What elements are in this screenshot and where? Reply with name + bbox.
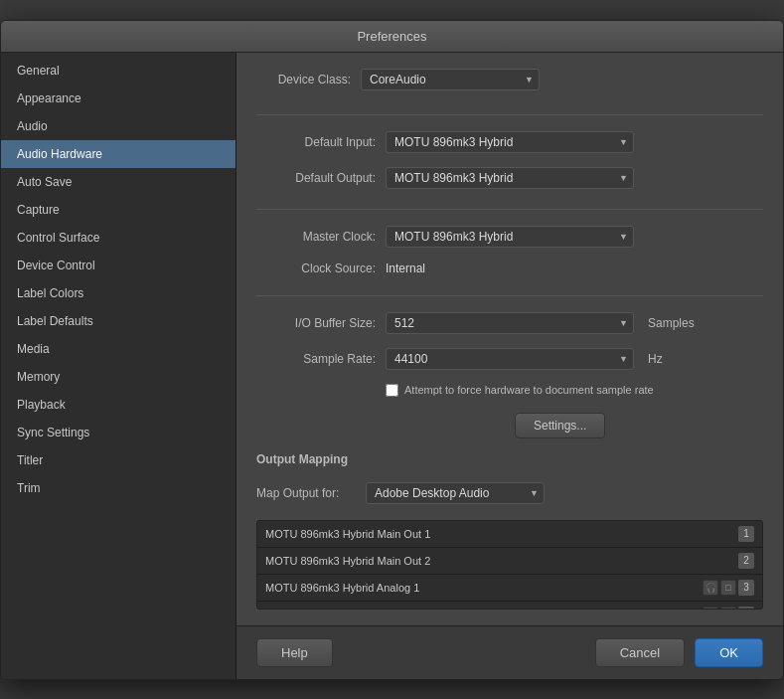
clock-source-row: Clock Source: Internal (256, 262, 763, 275)
output-list-item: MOTU 896mk3 Hybrid Analog 2◎□4 (257, 602, 762, 610)
sidebar-item-audio-hardware[interactable]: Audio Hardware (1, 140, 235, 168)
map-output-label: Map Output for: (256, 486, 356, 500)
sidebar-item-general[interactable]: General (1, 57, 235, 85)
io-buffer-select[interactable]: 512 (386, 312, 634, 334)
clock-source-label: Clock Source: (256, 262, 376, 275)
sidebar-item-capture[interactable]: Capture (1, 196, 235, 224)
separator-1 (256, 114, 763, 115)
output-item-number: 2 (738, 553, 754, 569)
sidebar-item-label-defaults[interactable]: Label Defaults (1, 307, 235, 335)
output-item-icons: 1 (738, 526, 754, 542)
cancel-button[interactable]: Cancel (595, 638, 685, 667)
default-input-row: Default Input: MOTU 896mk3 Hybrid (256, 131, 763, 153)
sample-rate-dropdown-wrapper[interactable]: 44100 (386, 348, 634, 370)
output-item-icons: ◎□4 (703, 607, 754, 610)
sidebar-item-control-surface[interactable]: Control Surface (1, 224, 235, 252)
default-input-label: Default Input: (256, 135, 376, 149)
speaker-icon[interactable]: ◎ (703, 607, 718, 610)
dialog-body: GeneralAppearanceAudioAudio HardwareAuto… (1, 53, 783, 679)
device-class-select[interactable]: CoreAudio (361, 69, 540, 90)
sidebar-item-memory[interactable]: Memory (1, 363, 235, 391)
settings-button[interactable]: Settings... (515, 413, 605, 438)
frame-icon[interactable]: □ (720, 607, 736, 610)
output-list-item: MOTU 896mk3 Hybrid Main Out 11 (257, 521, 762, 548)
sidebar-item-media[interactable]: Media (1, 335, 235, 363)
output-map-row: Map Output for: Adobe Desktop Audio (256, 482, 763, 504)
device-class-dropdown-wrapper[interactable]: CoreAudio (361, 69, 540, 90)
default-output-row: Default Output: MOTU 896mk3 Hybrid (256, 167, 763, 189)
io-buffer-row: I/O Buffer Size: 512 Samples (256, 312, 763, 334)
hz-label: Hz (648, 352, 663, 366)
default-output-dropdown-wrapper[interactable]: MOTU 896mk3 Hybrid (386, 167, 634, 189)
device-class-label: Device Class: (256, 73, 351, 87)
output-item-name: MOTU 896mk3 Hybrid Main Out 1 (265, 528, 430, 540)
sidebar-item-audio[interactable]: Audio (1, 112, 235, 140)
ok-button[interactable]: OK (695, 638, 763, 667)
output-list-item: MOTU 896mk3 Hybrid Analog 1🎧□3 (257, 575, 762, 602)
sidebar-item-appearance[interactable]: Appearance (1, 85, 235, 112)
separator-3 (256, 295, 763, 296)
sample-rate-label: Sample Rate: (256, 352, 376, 366)
sample-rate-select[interactable]: 44100 (386, 348, 634, 370)
sidebar-item-sync-settings[interactable]: Sync Settings (1, 419, 235, 446)
default-input-select[interactable]: MOTU 896mk3 Hybrid (386, 131, 634, 153)
title-bar: Preferences (1, 21, 783, 53)
output-list: MOTU 896mk3 Hybrid Main Out 11MOTU 896mk… (256, 520, 763, 610)
output-item-name: MOTU 896mk3 Hybrid Analog 2 (265, 609, 419, 610)
sidebar-item-label-colors[interactable]: Label Colors (1, 279, 235, 307)
output-item-icons: 🎧□3 (703, 580, 754, 596)
frame-icon[interactable]: □ (720, 580, 736, 596)
output-list-item: MOTU 896mk3 Hybrid Main Out 22 (257, 548, 762, 575)
device-class-row: Device Class: CoreAudio (256, 69, 763, 90)
master-clock-label: Master Clock: (256, 230, 376, 244)
force-hardware-checkbox[interactable] (386, 384, 398, 397)
dialog-title: Preferences (357, 29, 426, 44)
headphone-icon[interactable]: 🎧 (703, 580, 718, 596)
separator-2 (256, 209, 763, 210)
map-output-dropdown-wrapper[interactable]: Adobe Desktop Audio (366, 482, 545, 504)
settings-section: Settings... (386, 413, 763, 438)
output-item-name: MOTU 896mk3 Hybrid Main Out 2 (265, 555, 430, 567)
preferences-dialog: Preferences GeneralAppearanceAudioAudio … (0, 20, 784, 680)
help-button[interactable]: Help (256, 638, 333, 667)
default-output-select[interactable]: MOTU 896mk3 Hybrid (386, 167, 634, 189)
io-buffer-label: I/O Buffer Size: (256, 316, 376, 330)
output-item-name: MOTU 896mk3 Hybrid Analog 1 (265, 582, 419, 594)
master-clock-select[interactable]: MOTU 896mk3 Hybrid (386, 226, 634, 248)
sidebar-item-auto-save[interactable]: Auto Save (1, 168, 235, 196)
output-mapping-header: Output Mapping (256, 452, 763, 466)
output-item-number: 3 (738, 580, 754, 596)
sample-rate-row: Sample Rate: 44100 Hz (256, 348, 763, 370)
map-output-select[interactable]: Adobe Desktop Audio (366, 482, 545, 504)
sidebar: GeneralAppearanceAudioAudio HardwareAuto… (1, 53, 236, 679)
force-hardware-row: Attempt to force hardware to document sa… (386, 384, 763, 397)
master-clock-dropdown-wrapper[interactable]: MOTU 896mk3 Hybrid (386, 226, 634, 248)
samples-label: Samples (648, 316, 695, 330)
sidebar-item-trim[interactable]: Trim (1, 474, 235, 502)
output-item-number: 1 (738, 526, 754, 542)
output-item-icons: 2 (738, 553, 754, 569)
io-buffer-dropdown-wrapper[interactable]: 512 (386, 312, 634, 334)
force-hardware-label: Attempt to force hardware to document sa… (404, 384, 654, 396)
sidebar-item-playback[interactable]: Playback (1, 391, 235, 419)
footer: Help Cancel OK (236, 625, 783, 679)
main-content: Device Class: CoreAudio Default Input: M… (236, 53, 783, 625)
default-input-dropdown-wrapper[interactable]: MOTU 896mk3 Hybrid (386, 131, 634, 153)
master-clock-row: Master Clock: MOTU 896mk3 Hybrid (256, 226, 763, 248)
sidebar-item-titler[interactable]: Titler (1, 446, 235, 474)
sidebar-item-device-control[interactable]: Device Control (1, 252, 235, 279)
output-item-number: 4 (738, 607, 754, 610)
default-output-label: Default Output: (256, 171, 376, 185)
clock-source-value: Internal (386, 262, 425, 275)
